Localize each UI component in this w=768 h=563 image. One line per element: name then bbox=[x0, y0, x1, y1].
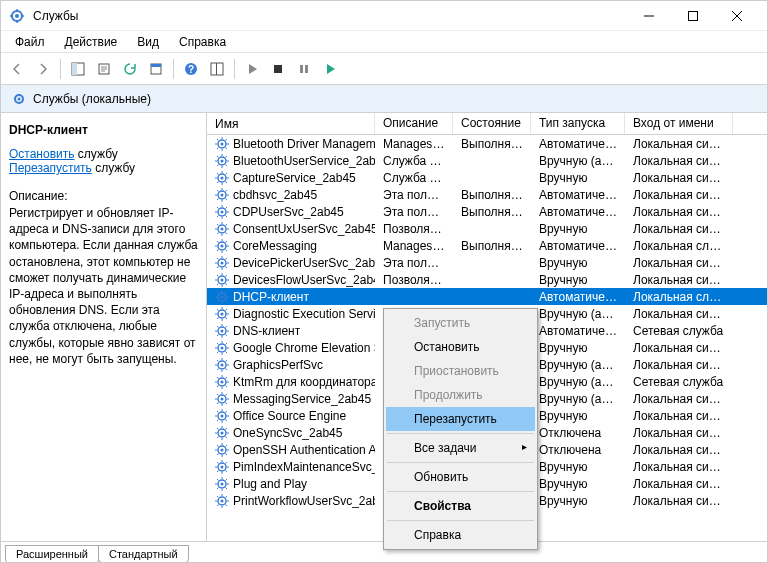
svg-point-32 bbox=[221, 261, 224, 264]
ctx-help[interactable]: Справка bbox=[386, 523, 535, 547]
svg-rect-12 bbox=[274, 65, 282, 73]
ctx-restart[interactable]: Перезапустить bbox=[386, 407, 535, 431]
stop-service-link[interactable]: Остановить службу bbox=[9, 147, 198, 161]
col-description[interactable]: Описание bbox=[375, 113, 453, 134]
service-name: CaptureService_2ab45 bbox=[233, 171, 356, 185]
ctx-stop[interactable]: Остановить bbox=[386, 335, 535, 359]
service-state: Выполняется bbox=[453, 239, 531, 253]
col-status[interactable]: Состояние bbox=[453, 113, 531, 134]
service-logon: Локальная сис… bbox=[625, 222, 733, 236]
tree-header[interactable]: Службы (локальные) bbox=[1, 85, 767, 113]
service-logon: Сетевая служба bbox=[625, 324, 733, 338]
svg-rect-2 bbox=[689, 11, 698, 20]
minimize-button[interactable] bbox=[627, 1, 671, 31]
details-pane: DHCP-клиент Остановить службу Перезапуст… bbox=[1, 113, 207, 541]
service-startup: Вручную bbox=[531, 477, 625, 491]
service-logon: Локальная сис… bbox=[625, 494, 733, 508]
refresh-button[interactable] bbox=[118, 57, 142, 81]
pause-service-button[interactable] bbox=[292, 57, 316, 81]
menu-view[interactable]: Вид bbox=[129, 33, 167, 51]
service-startup: Автоматиче… bbox=[531, 188, 625, 202]
service-name: OneSyncSvc_2ab45 bbox=[233, 426, 342, 440]
export-button[interactable] bbox=[92, 57, 116, 81]
service-name: Plug and Play bbox=[233, 477, 307, 491]
service-row[interactable]: DevicePickerUserSvc_2ab45Эта польз…Вручн… bbox=[207, 254, 767, 271]
gear-icon bbox=[215, 341, 229, 355]
service-desc: Служба за… bbox=[375, 171, 453, 185]
service-row[interactable]: CDPUserSvc_2ab45Эта польз…ВыполняетсяАвт… bbox=[207, 203, 767, 220]
service-row[interactable]: cbdhsvc_2ab45Эта польз…ВыполняетсяАвтома… bbox=[207, 186, 767, 203]
svg-text:?: ? bbox=[188, 64, 194, 75]
service-state: Выполняется bbox=[453, 137, 531, 151]
tab-extended[interactable]: Расширенный bbox=[5, 545, 99, 563]
show-hide-tree-button[interactable] bbox=[66, 57, 90, 81]
start-service-button[interactable] bbox=[240, 57, 264, 81]
ctx-refresh[interactable]: Обновить bbox=[386, 465, 535, 489]
ctx-properties[interactable]: Свойства bbox=[386, 494, 535, 518]
gear-icon bbox=[215, 171, 229, 185]
close-button[interactable] bbox=[715, 1, 759, 31]
service-row[interactable]: DevicesFlowUserSvc_2ab45Позволяет…Вручну… bbox=[207, 271, 767, 288]
menu-action[interactable]: Действие bbox=[57, 33, 126, 51]
gear-icon bbox=[215, 137, 229, 151]
service-logon: Локальная сис… bbox=[625, 477, 733, 491]
svg-point-38 bbox=[221, 312, 224, 315]
service-desc: Manages c… bbox=[375, 239, 453, 253]
service-row[interactable]: CoreMessagingManages c…ВыполняетсяАвтома… bbox=[207, 237, 767, 254]
service-row[interactable]: BluetoothUserService_2ab45Служба п…Вручн… bbox=[207, 152, 767, 169]
gear-icon bbox=[215, 409, 229, 423]
service-row[interactable]: CaptureService_2ab45Служба за…ВручнуюЛок… bbox=[207, 169, 767, 186]
service-logon: Сетевая служба bbox=[625, 375, 733, 389]
ctx-all-tasks[interactable]: Все задачи▸ bbox=[386, 436, 535, 460]
forward-button[interactable] bbox=[31, 57, 55, 81]
service-desc: Служба п… bbox=[375, 154, 453, 168]
gear-icon bbox=[215, 375, 229, 389]
service-startup: Автоматиче… bbox=[531, 290, 625, 304]
ctx-start: Запустить bbox=[386, 311, 535, 335]
service-logon: Локальная сис… bbox=[625, 137, 733, 151]
gear-icon bbox=[215, 324, 229, 338]
svg-rect-11 bbox=[216, 63, 217, 75]
svg-point-22 bbox=[221, 176, 224, 179]
col-name[interactable]: Имя bbox=[207, 113, 375, 134]
service-logon: Локальная сис… bbox=[625, 392, 733, 406]
col-startup[interactable]: Тип запуска bbox=[531, 113, 625, 134]
service-logon: Локальная сис… bbox=[625, 358, 733, 372]
service-name: DevicesFlowUserSvc_2ab45 bbox=[233, 273, 375, 287]
service-row[interactable]: DHCP-клиентАвтоматиче…Локальная слу… bbox=[207, 288, 767, 305]
service-logon: Локальная сис… bbox=[625, 460, 733, 474]
gear-icon bbox=[215, 426, 229, 440]
back-button[interactable] bbox=[5, 57, 29, 81]
restart-service-button[interactable] bbox=[318, 57, 342, 81]
restart-service-link[interactable]: Перезапустить службу bbox=[9, 161, 198, 175]
service-startup: Вручную bbox=[531, 273, 625, 287]
gear-icon bbox=[215, 188, 229, 202]
tab-standard[interactable]: Стандартный bbox=[98, 545, 189, 563]
ctx-resume: Продолжить bbox=[386, 383, 535, 407]
properties-button[interactable] bbox=[144, 57, 168, 81]
gear-icon bbox=[215, 494, 229, 508]
svg-point-48 bbox=[221, 397, 224, 400]
service-row[interactable]: Bluetooth Driver Managem…Manages B…Выпол… bbox=[207, 135, 767, 152]
help-button[interactable]: ? bbox=[179, 57, 203, 81]
tree-header-label: Службы (локальные) bbox=[33, 92, 151, 106]
service-logon: Локальная сис… bbox=[625, 273, 733, 287]
menu-help[interactable]: Справка bbox=[171, 33, 234, 51]
toolbar-misc-button[interactable] bbox=[205, 57, 229, 81]
col-logon[interactable]: Вход от имени bbox=[625, 113, 733, 134]
service-desc: Эта польз… bbox=[375, 205, 453, 219]
service-name: CDPUserSvc_2ab45 bbox=[233, 205, 344, 219]
title-bar: Службы bbox=[1, 1, 767, 31]
service-startup: Автоматиче… bbox=[531, 324, 625, 338]
description-text: Регистрирует и обновляет IP-адреса и DNS… bbox=[9, 205, 198, 367]
service-logon: Локальная сис… bbox=[625, 307, 733, 321]
service-name: DevicePickerUserSvc_2ab45 bbox=[233, 256, 375, 270]
stop-service-button[interactable] bbox=[266, 57, 290, 81]
menu-file[interactable]: Файл bbox=[7, 33, 53, 51]
svg-point-24 bbox=[221, 193, 224, 196]
service-startup: Вручную bbox=[531, 341, 625, 355]
service-startup: Вручную bbox=[531, 494, 625, 508]
gear-icon bbox=[215, 392, 229, 406]
maximize-button[interactable] bbox=[671, 1, 715, 31]
service-row[interactable]: ConsentUxUserSvc_2ab45Позволяет…ВручнуюЛ… bbox=[207, 220, 767, 237]
